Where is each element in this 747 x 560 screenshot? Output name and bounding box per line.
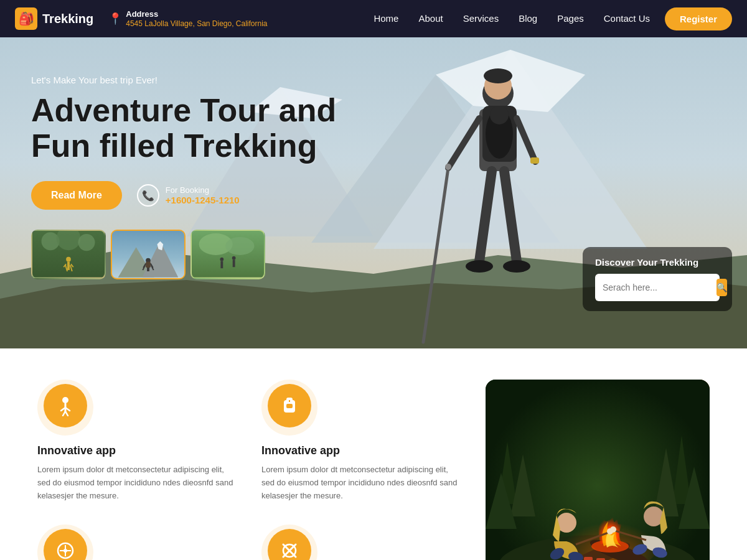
nav-item-services[interactable]: Services xyxy=(463,13,499,24)
navbar: 🎒 Trekking 📍 Address 4545 LaJolla Villag… xyxy=(0,0,747,37)
features-side-image xyxy=(486,380,710,560)
booking-label: For Booking xyxy=(166,185,240,195)
svg-rect-24 xyxy=(146,262,151,268)
thumb3-figure xyxy=(192,231,264,278)
nav-link-blog[interactable]: Blog xyxy=(519,13,537,24)
search-input[interactable] xyxy=(603,282,712,292)
nav-item-pages[interactable]: Pages xyxy=(557,13,584,24)
thumbnail-1[interactable] xyxy=(31,230,106,279)
address-text: Address 4545 LaJolla Village, San Diego,… xyxy=(126,9,267,28)
svg-point-40 xyxy=(490,106,509,124)
svg-rect-49 xyxy=(530,157,539,164)
read-more-button[interactable]: Read More xyxy=(31,181,122,210)
svg-line-45 xyxy=(479,171,492,261)
register-button[interactable]: Register xyxy=(665,7,732,30)
svg-point-90 xyxy=(610,526,616,533)
svg-rect-13 xyxy=(67,262,70,271)
svg-rect-33 xyxy=(220,261,223,269)
address-label: Address xyxy=(126,9,267,19)
hero-thumbnails xyxy=(31,230,336,279)
feature2-icon xyxy=(268,384,311,427)
nav-link-pages[interactable]: Pages xyxy=(557,13,584,24)
booking-phone: +1600-1245-1210 xyxy=(166,195,240,205)
search-button[interactable]: 🔍 xyxy=(716,279,727,296)
thumbnail-2[interactable] xyxy=(111,230,186,279)
feature2-icon-shadow xyxy=(261,380,317,436)
svg-line-46 xyxy=(504,171,517,261)
svg-point-32 xyxy=(220,258,223,261)
feature-card-3: Innovative app Lorem ipsum dolor dt metc… xyxy=(37,525,237,560)
nav-links: Home About Services Blog Pages Contact U… xyxy=(374,13,650,24)
booking-info: 📞 For Booking +1600-1245-1210 xyxy=(137,184,240,207)
svg-line-41 xyxy=(448,118,479,168)
svg-point-31 xyxy=(225,237,254,255)
campfire-svg xyxy=(486,380,710,560)
discover-title: Discover Your Trekking xyxy=(595,257,720,268)
nav-item-blog[interactable]: Blog xyxy=(519,13,537,24)
features-image-inner xyxy=(486,380,710,560)
nav-link-contact[interactable]: Contact Us xyxy=(604,13,650,24)
svg-rect-35 xyxy=(233,260,235,268)
hero-content: Let's Make Your best trip Ever! Adventur… xyxy=(31,75,336,279)
nav-item-contact[interactable]: Contact Us xyxy=(604,13,650,24)
svg-point-65 xyxy=(63,549,67,553)
svg-rect-60 xyxy=(286,404,293,408)
booking-text: For Booking +1600-1245-1210 xyxy=(166,185,240,206)
nav-link-about[interactable]: About xyxy=(418,13,443,24)
svg-point-34 xyxy=(232,256,236,260)
feature1-icon xyxy=(44,384,87,427)
svg-point-12 xyxy=(66,257,71,262)
features-section: Innovative app Lorem ipsum dolor dt metc… xyxy=(0,348,747,560)
svg-line-43 xyxy=(423,168,448,342)
nav-link-home[interactable]: Home xyxy=(374,13,398,24)
feature1-title: Innovative app xyxy=(37,444,237,457)
nav-item-home[interactable]: Home xyxy=(374,13,398,24)
thumb1-figure xyxy=(32,231,105,278)
feature4-icon xyxy=(268,529,311,560)
hero-hiker-figure xyxy=(411,44,585,348)
logo-text: Trekking xyxy=(42,12,93,26)
svg-rect-91 xyxy=(584,557,593,560)
hero-title: Adventure Tour and Fun filled Trekking xyxy=(31,93,336,164)
feature2-desc: Lorem ipsum dolor dt metconsectetur adip… xyxy=(261,464,461,502)
feature4-icon-shadow xyxy=(261,525,317,560)
nav-link-services[interactable]: Services xyxy=(463,13,499,24)
hero-subtitle: Let's Make Your best trip Ever! xyxy=(31,75,336,85)
svg-point-48 xyxy=(503,260,530,273)
thumbnail-3[interactable] xyxy=(190,230,265,279)
svg-line-57 xyxy=(65,411,68,416)
feature3-icon-shadow xyxy=(37,525,93,560)
pin-icon: 📍 xyxy=(108,12,122,26)
hero-section: Let's Make Your best trip Ever! Adventur… xyxy=(0,37,747,348)
svg-point-44 xyxy=(445,164,451,170)
address-block: 📍 Address 4545 LaJolla Village, San Dieg… xyxy=(108,9,267,28)
hero-title-line1: Adventure Tour and xyxy=(31,92,336,128)
hero-title-line2: Fun filled Trekking xyxy=(31,128,317,164)
hero-actions: Read More 📞 For Booking +1600-1245-1210 xyxy=(31,181,336,210)
feature1-desc: Lorem ipsum dolor dt metconsectetur adip… xyxy=(37,464,237,502)
search-box[interactable]: 🔍 xyxy=(595,274,720,301)
nav-item-about[interactable]: About xyxy=(418,13,443,24)
feature3-icon xyxy=(44,529,87,560)
feature-card-1: Innovative app Lorem ipsum dolor dt metc… xyxy=(37,380,237,502)
feature1-icon-shadow xyxy=(37,380,93,436)
svg-line-42 xyxy=(517,118,535,162)
svg-point-11 xyxy=(78,234,95,251)
discover-box: Discover Your Trekking 🔍 xyxy=(583,247,732,311)
feature-card-4: Innovative app Lorem ipsum dolor dt metc… xyxy=(261,525,461,560)
logo-icon: 🎒 xyxy=(15,7,37,30)
phone-icon: 📞 xyxy=(137,184,159,207)
svg-point-51 xyxy=(484,68,512,83)
svg-point-9 xyxy=(42,233,60,251)
feature2-title: Innovative app xyxy=(261,444,461,457)
thumb2-figure xyxy=(112,231,184,278)
logo[interactable]: 🎒 Trekking xyxy=(15,7,93,30)
svg-point-47 xyxy=(466,260,493,273)
features-grid: Innovative app Lorem ipsum dolor dt metc… xyxy=(37,380,461,560)
address-value: 4545 LaJolla Village, San Diego, Califor… xyxy=(126,19,267,28)
feature-card-2: Innovative app Lorem ipsum dolor dt metc… xyxy=(261,380,461,502)
